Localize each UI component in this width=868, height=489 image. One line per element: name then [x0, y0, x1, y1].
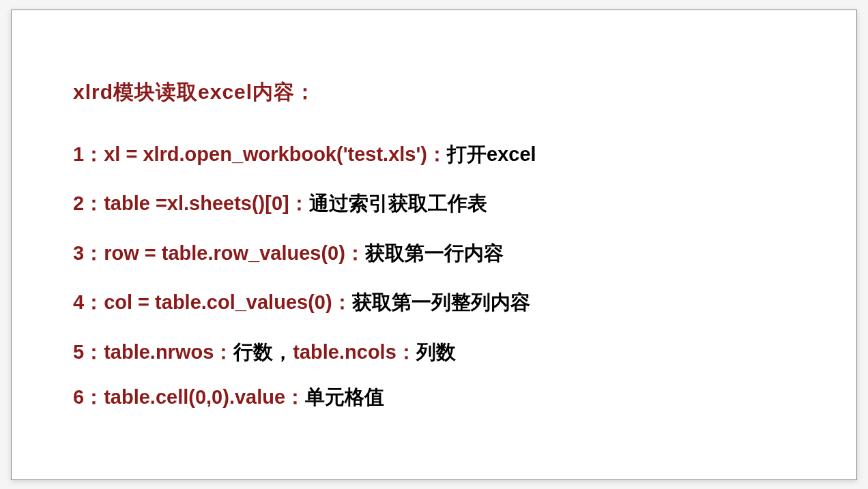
line-4: 4：col = table.col_values(0)：获取第一列整列内容 [73, 288, 795, 316]
line-4-desc: 获取第一列整列内容 [352, 291, 530, 313]
line-1-code: xl = xlrd.open_workbook('test.xls')： [104, 143, 447, 165]
line-1-desc: 打开excel [447, 143, 536, 165]
line-5-num: 5： [73, 341, 104, 363]
line-5: 5：table.nrwos：行数，table.ncols：列数 [73, 338, 795, 366]
line-4-num: 4： [73, 291, 104, 313]
line-3-num: 3： [73, 242, 104, 264]
line-2-desc: 通过索引获取工作表 [309, 192, 487, 214]
line-2-num: 2： [73, 192, 104, 214]
line-2: 2：table =xl.sheets()[0]：通过索引获取工作表 [73, 190, 795, 218]
line-5-desc2: 列数 [416, 341, 456, 363]
line-6-desc: 单元格值 [305, 386, 384, 408]
line-5-code2: table.ncols： [293, 341, 416, 363]
line-3-desc: 获取第一行内容 [365, 242, 504, 264]
slide-container: xlrd模块读取excel内容： 1：xl = xlrd.open_workbo… [11, 10, 857, 480]
line-6-code: table.cell(0,0).value： [104, 386, 305, 408]
line-6-num: 6： [73, 386, 104, 408]
line-1-num: 1： [73, 143, 104, 165]
line-5-code1: table.nrwos： [104, 341, 233, 363]
line-6: 6：table.cell(0,0).value：单元格值 [73, 383, 795, 411]
line-3: 3：row = table.row_values(0)：获取第一行内容 [73, 239, 795, 267]
line-5-desc1: 行数， [233, 341, 293, 363]
line-1: 1：xl = xlrd.open_workbook('test.xls')：打开… [73, 140, 795, 168]
line-4-code: col = table.col_values(0)： [104, 291, 351, 313]
line-2-code: table =xl.sheets()[0]： [104, 192, 309, 214]
slide-title: xlrd模块读取excel内容： [73, 78, 795, 106]
line-3-code: row = table.row_values(0)： [104, 242, 365, 264]
